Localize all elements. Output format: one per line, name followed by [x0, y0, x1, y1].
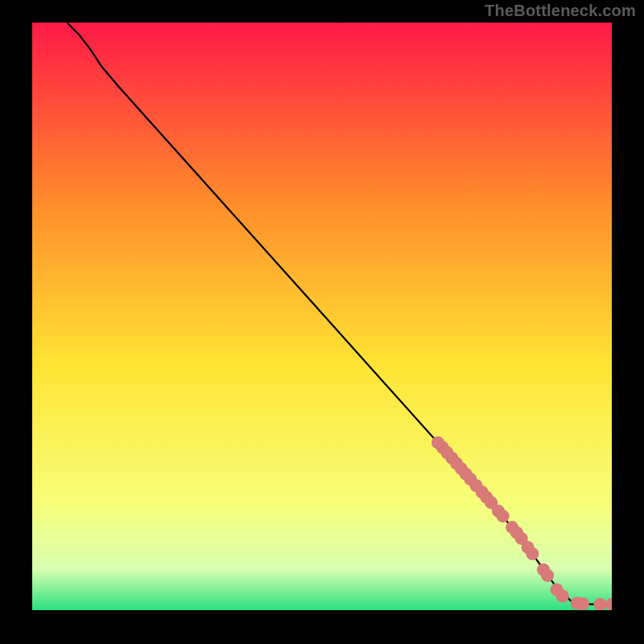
marker-point	[526, 547, 539, 560]
marker-point	[541, 569, 554, 582]
plot-area	[32, 23, 612, 610]
marker-point	[556, 589, 569, 602]
marker-point	[497, 510, 510, 522]
marker-point	[576, 597, 589, 610]
watermark-text: TheBottleneck.com	[485, 2, 636, 20]
chart-container: TheBottleneck.com	[0, 0, 644, 644]
chart-svg	[32, 23, 612, 610]
gradient-background	[32, 23, 612, 610]
marker-point	[594, 598, 607, 610]
